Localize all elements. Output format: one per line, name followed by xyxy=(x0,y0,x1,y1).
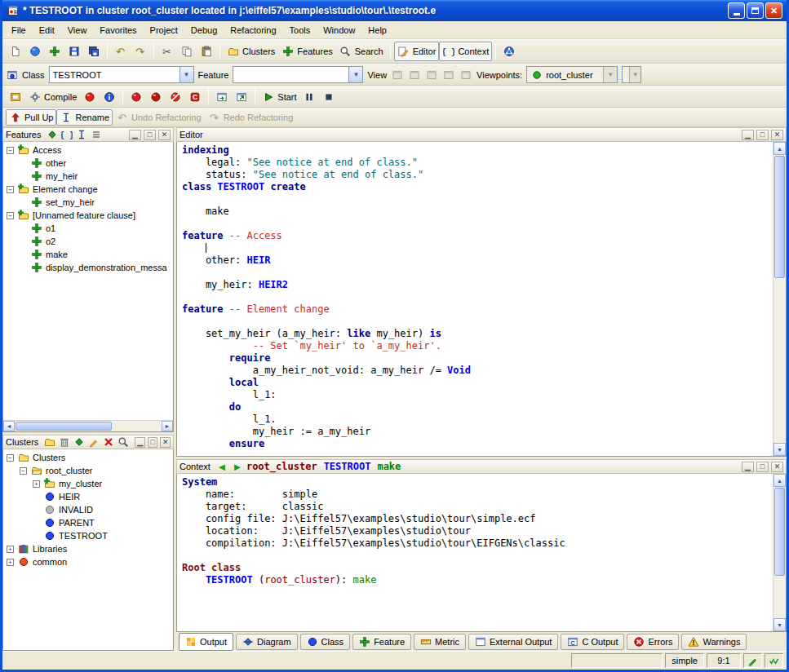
scroll-up-icon[interactable]: ▲ xyxy=(773,142,786,155)
expand-toggle-icon[interactable]: + xyxy=(7,546,14,553)
context-line[interactable]: target: classic xyxy=(182,501,773,513)
editor-maximize-button[interactable]: □ xyxy=(756,130,769,140)
tree-item-heir[interactable]: HEIR xyxy=(5,490,173,503)
tree-item-my-heir[interactable]: my_heir xyxy=(5,170,173,183)
rename-button[interactable]: Rename xyxy=(56,109,113,126)
new-button[interactable] xyxy=(6,42,25,61)
tree-item-unnamed-feature-clause[interactable]: −[Unnamed feature clause] xyxy=(5,209,173,222)
code-line[interactable]: other: HEIR xyxy=(182,254,773,267)
tree-item-root-cluster[interactable]: −root_cluster xyxy=(5,464,173,477)
menu-file[interactable]: File xyxy=(5,21,33,38)
context-line[interactable]: compilation: J:\Eiffel57\examples\studio… xyxy=(182,537,773,550)
code-line[interactable] xyxy=(182,316,773,328)
viewpoints-combobox[interactable]: root_cluster ▼ xyxy=(526,66,618,83)
menu-view[interactable]: View xyxy=(61,21,94,38)
code-line[interactable]: l_1. xyxy=(182,413,773,426)
code-line[interactable] xyxy=(182,242,773,254)
copy-button[interactable] xyxy=(177,42,197,61)
tree-item-display-demonstration-messa[interactable]: display_demonstration_messa xyxy=(5,261,173,274)
context-line[interactable]: Root class xyxy=(182,562,773,574)
compile-button[interactable]: Compile xyxy=(25,87,80,107)
diagram-tool-button[interactable] xyxy=(499,42,519,61)
tree-item-testroot[interactable]: TESTROOT xyxy=(5,529,173,542)
clusters-button[interactable]: Clusters xyxy=(224,42,278,61)
redo-button[interactable]: ↷ xyxy=(131,42,150,61)
precompile-button[interactable] xyxy=(166,87,185,107)
viewpoints-combobox-arrow-icon[interactable]: ▼ xyxy=(603,67,617,82)
view-interface-icon[interactable] xyxy=(459,69,472,81)
code-line[interactable] xyxy=(182,193,773,206)
editor-vertical-scrollbar[interactable]: ▲ ▼ xyxy=(773,142,786,456)
redo-refactoring-button[interactable]: ↷Redo Refactoring xyxy=(205,109,297,126)
braces-icon[interactable]: { } xyxy=(60,129,73,140)
view-basic-icon[interactable] xyxy=(391,69,404,81)
code-line[interactable]: make xyxy=(182,206,773,218)
expand-toggle-icon[interactable]: + xyxy=(33,480,40,488)
save-all-button[interactable] xyxy=(84,42,104,61)
tree-item-access[interactable]: −Access xyxy=(5,144,173,157)
tab-errors[interactable]: Errors xyxy=(627,634,679,650)
context-line[interactable]: location: J:\Eiffel57\examples\studio\to… xyxy=(182,525,773,537)
code-line[interactable] xyxy=(182,267,773,279)
features-horizontal-scrollbar[interactable]: ◄ ► xyxy=(3,420,173,431)
scroll-down-icon[interactable]: ▼ xyxy=(773,443,786,456)
undo-button[interactable]: ↶ xyxy=(111,42,131,61)
view-contract-icon[interactable] xyxy=(442,69,455,81)
code-line[interactable]: feature -- Access xyxy=(182,230,773,242)
code-line[interactable]: class TESTROOT create xyxy=(182,181,773,193)
edit-icon[interactable] xyxy=(87,436,100,448)
tab-warnings[interactable]: Warnings xyxy=(681,634,747,650)
code-editor[interactable]: indexing legal: "See notice at end of cl… xyxy=(177,142,773,456)
context-close-button[interactable]: ✕ xyxy=(771,462,783,472)
view-clickable-icon[interactable] xyxy=(408,69,421,81)
finalize-button[interactable] xyxy=(146,87,166,107)
context-line[interactable]: TESTROOT (root_cluster): make xyxy=(182,574,773,586)
tree-item-make[interactable]: make xyxy=(5,248,173,261)
tree-item-other[interactable]: other xyxy=(5,157,173,170)
maximize-button[interactable] xyxy=(747,2,764,19)
class-combobox-arrow-icon[interactable]: ▼ xyxy=(180,67,193,82)
tab-feature[interactable]: Feature xyxy=(352,634,411,650)
debug-step-button[interactable] xyxy=(232,87,251,107)
tree-item-invalid[interactable]: INVALID xyxy=(5,503,173,516)
view-flat-icon[interactable] xyxy=(425,69,438,81)
scroll-left-icon[interactable]: ◄ xyxy=(3,421,15,431)
feature-small-icon[interactable] xyxy=(46,129,59,140)
context-line[interactable]: System xyxy=(182,476,773,489)
context-line[interactable] xyxy=(182,550,773,562)
tab-external-output[interactable]: External Output xyxy=(468,634,558,650)
menu-tools[interactable]: Tools xyxy=(283,21,317,38)
close-button[interactable]: ✕ xyxy=(765,2,782,19)
add-document-button[interactable] xyxy=(45,42,64,61)
code-line[interactable]: local xyxy=(182,377,773,389)
code-line[interactable]: indexing xyxy=(182,144,773,157)
tree-item-o1[interactable]: o1 xyxy=(5,222,173,235)
feature-combobox[interactable]: ▼ xyxy=(233,66,363,83)
menu-refactoring[interactable]: Refactoring xyxy=(224,21,282,38)
tree-item-libraries[interactable]: +Libraries xyxy=(5,542,173,555)
features-close-button[interactable]: ✕ xyxy=(158,130,171,140)
editor-minimize-button[interactable]: ▁ xyxy=(742,130,754,140)
tree-item-set-my-heir[interactable]: set_my_heir xyxy=(5,196,173,209)
history-forward-icon[interactable]: ► xyxy=(231,461,244,472)
code-line[interactable]: my_heir: HEIR2 xyxy=(182,279,773,291)
collapse-toggle-icon[interactable]: − xyxy=(7,212,14,219)
tab-diagram[interactable]: Diagram xyxy=(236,634,298,650)
code-line[interactable]: l_1: xyxy=(182,389,773,401)
pause-button[interactable] xyxy=(300,87,320,107)
context-line[interactable]: name: simple xyxy=(182,489,773,501)
menu-project[interactable]: Project xyxy=(144,21,184,38)
menu-edit[interactable]: Edit xyxy=(33,21,61,38)
tree-item-my-cluster[interactable]: +my_cluster xyxy=(5,477,173,490)
project-info-button[interactable] xyxy=(100,87,119,107)
debug-view-button[interactable] xyxy=(212,87,232,107)
tree-item-o2[interactable]: o2 xyxy=(5,235,173,248)
paste-button[interactable] xyxy=(197,42,216,61)
minimize-button[interactable] xyxy=(728,2,745,19)
clusters-close-button[interactable]: ✕ xyxy=(160,437,171,448)
context-line[interactable]: config file: J:\Eiffel57\examples\studio… xyxy=(182,513,773,525)
collapse-toggle-icon[interactable]: − xyxy=(7,454,14,462)
titlebar[interactable]: * TESTROOT in cluster root_cluster locat… xyxy=(2,0,787,21)
tab-metric[interactable]: Metric xyxy=(414,634,466,650)
code-line[interactable] xyxy=(182,291,773,303)
